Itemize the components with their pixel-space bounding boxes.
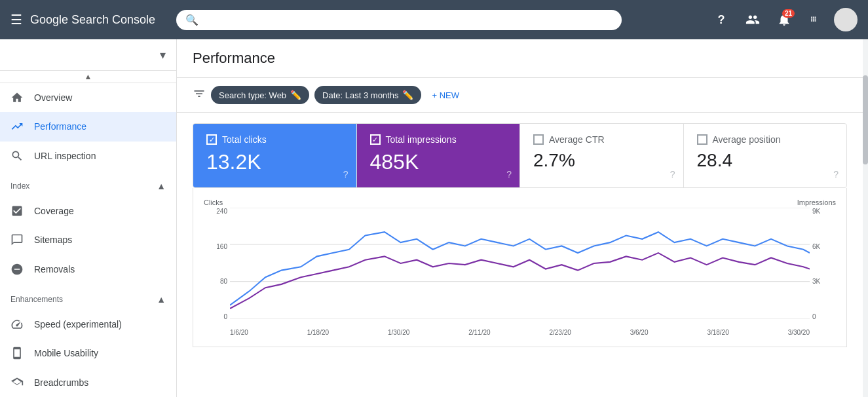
y-left-240: 240 — [216, 208, 227, 215]
y-left-80: 80 — [220, 278, 227, 285]
y-left-160: 160 — [216, 243, 227, 250]
average-position-card[interactable]: Average position 28.4 ? — [684, 124, 847, 187]
y-right-9k: 9K — [812, 208, 820, 215]
average-position-label: Average position — [713, 134, 781, 145]
x-label-7: 3/30/20 — [788, 329, 810, 336]
total-impressions-checkbox: ✓ — [370, 134, 381, 145]
home-icon — [10, 91, 24, 104]
speed-icon — [10, 318, 24, 331]
search-icon: 🔍 — [185, 14, 198, 26]
topbar: ☰ Google Search Console 🔍 ? 21 — [0, 0, 868, 39]
index-chevron[interactable]: ▲ — [157, 181, 166, 191]
apps-button[interactable] — [802, 7, 829, 33]
breadcrumbs-icon — [10, 376, 24, 389]
accounts-button[interactable] — [740, 7, 766, 33]
notifications-button[interactable]: 21 — [771, 7, 797, 33]
total-clicks-card[interactable]: ✓ Total clicks 13.2K ? — [193, 124, 357, 187]
search-type-filter-label: Search type: Web — [219, 90, 286, 100]
sidebar-item-removals-label: Removals — [34, 264, 75, 274]
average-position-value: 28.4 — [697, 150, 834, 171]
sidebar-item-url-inspection-label: URL inspection — [34, 151, 96, 161]
y-right-3k: 3K — [812, 278, 820, 285]
x-label-2: 1/30/20 — [388, 329, 409, 336]
search-bar: 🔍 — [176, 10, 622, 30]
date-edit-icon: ✏️ — [402, 90, 413, 100]
sidebar: ▾ ▲ Overview Performance URL inspection — [0, 39, 177, 397]
average-position-checkbox — [697, 134, 708, 145]
sidebar-item-performance[interactable]: Performance — [0, 112, 176, 141]
search-input[interactable] — [204, 14, 613, 25]
date-filter[interactable]: Date: Last 3 months ✏️ — [314, 86, 421, 104]
y-left-0: 0 — [223, 313, 227, 320]
index-section-label: Index — [10, 181, 29, 191]
enhancements-section-header: Enhancements ▲ — [0, 289, 176, 310]
chart-impressions-label: Impressions — [797, 198, 836, 206]
main-layout: ▾ ▲ Overview Performance URL inspection — [0, 39, 868, 397]
menu-icon[interactable]: ☰ — [10, 12, 22, 28]
page-title: Performance — [193, 50, 847, 67]
coverage-icon — [10, 204, 24, 217]
total-impressions-card[interactable]: ✓ Total impressions 485K ? — [357, 124, 521, 187]
x-label-1: 1/18/20 — [307, 329, 329, 336]
x-label-4: 2/23/20 — [549, 329, 571, 336]
average-position-help[interactable]: ? — [833, 169, 839, 180]
mobile-icon — [10, 347, 24, 360]
sidebar-item-mobile-label: Mobile Usability — [34, 348, 98, 358]
sidebar-item-overview[interactable]: Overview — [0, 83, 176, 112]
property-selector[interactable]: ▾ — [0, 39, 176, 71]
average-ctr-label: Average CTR — [549, 134, 605, 145]
average-ctr-checkbox — [533, 134, 544, 145]
filter-bar: Search type: Web ✏️ Date: Last 3 months … — [177, 78, 863, 113]
date-filter-label: Date: Last 3 months — [322, 90, 398, 100]
average-ctr-value: 2.7% — [533, 150, 670, 171]
x-label-3: 2/11/20 — [468, 329, 490, 336]
y-right-6k: 6K — [812, 243, 820, 250]
sidebar-item-performance-label: Performance — [34, 121, 86, 132]
sidebar-item-sitemaps[interactable]: Sitemaps — [0, 225, 176, 254]
new-filter-label: + NEW — [432, 90, 459, 100]
scrollbar[interactable] — [863, 39, 868, 397]
sidebar-item-coverage-label: Coverage — [34, 206, 74, 216]
sidebar-item-speed[interactable]: Speed (experimental) — [0, 310, 176, 339]
url-inspection-icon — [10, 149, 24, 162]
sidebar-item-breadcrumbs[interactable]: Breadcrumbs — [0, 368, 176, 397]
filter-icon[interactable] — [193, 87, 206, 104]
property-chevron: ▾ — [160, 48, 166, 62]
topbar-actions: ? 21 — [708, 7, 858, 33]
sidebar-item-mobile[interactable]: Mobile Usability — [0, 339, 176, 368]
logo: Google Search Console — [30, 13, 155, 27]
sidebar-item-breadcrumbs-label: Breadcrumbs — [34, 377, 88, 388]
chart-svg — [230, 208, 810, 319]
scrollbar-thumb[interactable] — [863, 75, 868, 165]
sidebar-item-coverage[interactable]: Coverage — [0, 197, 176, 225]
total-impressions-label: Total impressions — [386, 134, 457, 145]
new-filter-button[interactable]: + NEW — [426, 86, 464, 104]
x-label-6: 3/18/20 — [707, 329, 728, 336]
chart-clicks-label: Clicks — [204, 198, 223, 206]
sidebar-item-speed-label: Speed (experimental) — [34, 319, 122, 330]
sidebar-item-removals[interactable]: Removals — [0, 255, 176, 284]
search-type-filter[interactable]: Search type: Web ✏️ — [211, 86, 309, 104]
y-right-0: 0 — [812, 313, 816, 320]
performance-icon — [10, 120, 24, 133]
total-clicks-help[interactable]: ? — [343, 169, 349, 180]
total-clicks-value: 13.2K — [206, 150, 343, 174]
metrics-row: ✓ Total clicks 13.2K ? ✓ Total impressio… — [193, 123, 847, 188]
sidebar-item-url-inspection[interactable]: URL inspection — [0, 142, 176, 170]
x-label-0: 1/6/20 — [230, 329, 248, 336]
sidebar-item-overview-label: Overview — [34, 92, 72, 103]
avatar[interactable] — [834, 8, 858, 31]
sitemaps-icon — [10, 233, 24, 246]
content-area: Performance Search type: Web ✏️ Date: La… — [177, 39, 863, 397]
help-button[interactable]: ? — [708, 7, 734, 33]
accounts-icon — [745, 12, 760, 27]
chart-container: Clicks Impressions 240 160 80 0 9K 6K 3K… — [193, 188, 847, 347]
total-impressions-value: 485K — [370, 150, 507, 174]
enhancements-section-label: Enhancements — [10, 295, 63, 304]
sidebar-item-sitemaps-label: Sitemaps — [34, 235, 72, 245]
logo-text: Google Search Console — [30, 13, 155, 27]
average-ctr-help[interactable]: ? — [670, 169, 675, 180]
average-ctr-card[interactable]: Average CTR 2.7% ? — [520, 124, 684, 187]
enhancements-chevron[interactable]: ▲ — [157, 294, 166, 305]
total-impressions-help[interactable]: ? — [506, 169, 512, 180]
